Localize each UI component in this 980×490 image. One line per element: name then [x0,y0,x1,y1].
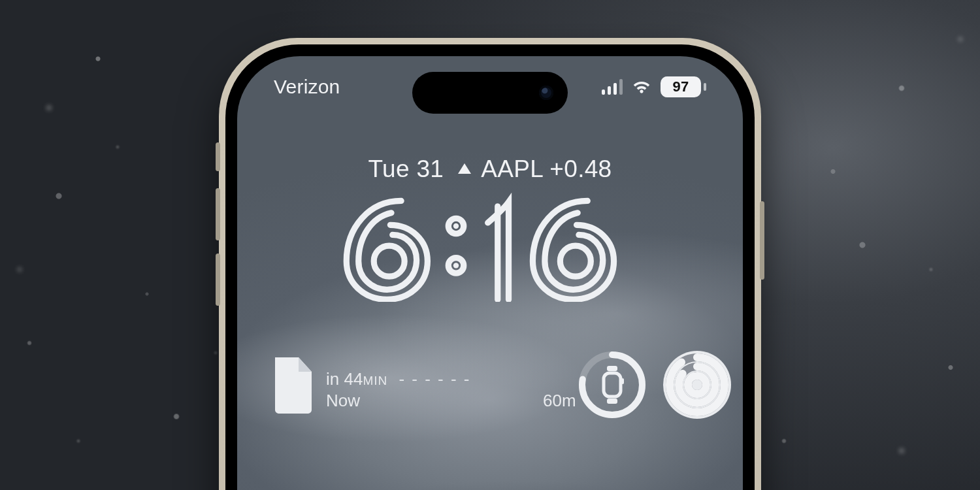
date-label: Tue 31 [368,155,444,182]
ring-silent-switch [216,142,220,171]
lock-screen[interactable]: Verizon [237,56,743,490]
volume-down-button [216,253,220,306]
weather-in-unit: MIN [363,374,387,387]
watch-battery-widget[interactable] [576,349,648,421]
side-power-button [760,201,764,280]
weather-range-label: 60m [543,391,576,411]
weather-widget[interactable]: in 44MIN - - - - - - Now 60m [270,355,576,415]
volume-up-button [216,188,220,240]
document-icon [270,355,317,415]
apple-watch-icon [604,366,624,404]
battery-indicator: 97 [661,76,706,97]
svg-rect-12 [621,378,624,384]
svg-rect-11 [607,399,617,404]
svg-point-6 [560,246,591,276]
weather-now-label: Now [326,391,360,411]
svg-rect-10 [607,366,617,371]
activity-rings-widget[interactable] [661,349,733,421]
svg-rect-9 [604,373,621,397]
status-bar: Verizon [237,76,743,98]
weather-sparkline: - - - - - - [399,369,470,389]
stock-up-icon [457,154,472,181]
lock-screen-widgets-row: in 44MIN - - - - - - Now 60m [237,349,743,421]
svg-point-2 [453,223,459,229]
svg-point-0 [374,246,404,276]
wifi-icon [632,79,651,95]
phone-frame: Verizon [219,38,761,490]
lock-screen-clock[interactable] [237,184,743,304]
battery-percent: 97 [673,78,689,95]
carrier-label: Verizon [274,76,340,98]
weather-in-prefix: in [326,369,344,389]
date-stock-complication[interactable]: Tue 31 AAPL +0.48 [237,155,743,183]
svg-point-4 [453,263,459,268]
wallpaper-background: Verizon [0,0,980,490]
stock-change: +0.48 [549,155,612,182]
cellular-signal-icon [602,79,623,95]
weather-in-value: 44 [344,369,363,389]
stock-symbol: AAPL [481,155,542,182]
